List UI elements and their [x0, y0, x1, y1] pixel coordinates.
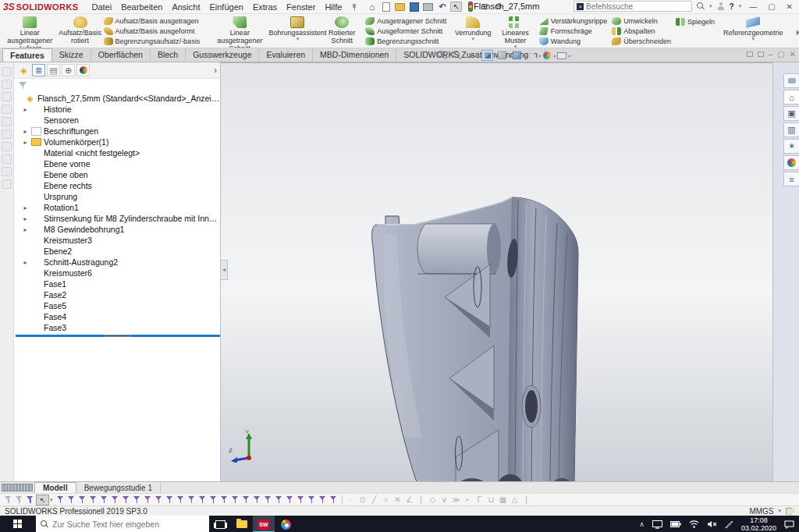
heads-up-icon[interactable]: ▾	[511, 50, 523, 61]
file-explorer-button[interactable]	[231, 516, 253, 532]
feature-tree-item[interactable]: ▸ Material <nicht festgelegt>	[16, 147, 220, 158]
ribbon-tab[interactable]: Evaluieren	[259, 48, 313, 62]
action-center-icon[interactable]	[784, 520, 794, 529]
rib-button[interactable]: Verstärkungsrippe	[539, 16, 608, 27]
left-toolbar-icon[interactable]	[2, 117, 12, 126]
panel-tab-icon[interactable]: ≣	[32, 64, 45, 76]
feature-tree-item[interactable]: ▸ Volumenkörper(1)	[16, 137, 220, 147]
boundary-cut-button[interactable]: Begrenzungsschnitt	[365, 36, 446, 46]
selection-filter-icon[interactable]	[55, 495, 66, 505]
sketch-tool-icon[interactable]: ◇	[428, 495, 439, 504]
menu-item[interactable]: Einfügen	[205, 2, 247, 12]
restore-button[interactable]: ▢	[765, 2, 778, 11]
quick-access-icon[interactable]	[394, 2, 406, 12]
swept-cut-button[interactable]: Ausgetragener Schnitt	[365, 16, 446, 27]
split-button[interactable]: Abspalten	[612, 27, 671, 37]
feature-tree-item[interactable]: ▸ Kreismuster3	[16, 235, 220, 246]
ribbon-tab[interactable]: MBD-Dimensionen	[313, 48, 396, 62]
battery-icon[interactable]	[670, 521, 681, 527]
feature-tree-item[interactable]: ▸ Kreismuster6	[16, 268, 220, 278]
heads-up-icon[interactable]: ▾	[452, 50, 463, 61]
select-cursor-caret-icon[interactable]: ▾	[50, 497, 53, 503]
model-3d[interactable]	[221, 63, 772, 481]
selection-filter-icon[interactable]	[176, 495, 186, 505]
panel-tab-icon[interactable]: ▤	[47, 64, 60, 76]
tag-icon[interactable]	[786, 508, 794, 515]
selection-filter-icon[interactable]	[99, 495, 109, 505]
feature-tree-item[interactable]: ▸ Ebene vorne	[16, 158, 220, 169]
taskbar-clock[interactable]: 17:08 03.02.2020	[741, 516, 776, 532]
task-view-button[interactable]	[209, 516, 231, 532]
selection-filter-icon[interactable]	[274, 495, 284, 505]
swept-boss-button[interactable]: Aufsatz/Basis ausgetragen	[104, 16, 201, 27]
sketch-tool-icon[interactable]: ∠	[404, 495, 415, 504]
command-search-input[interactable]	[586, 2, 672, 11]
menu-item[interactable]: Ansicht	[168, 2, 204, 12]
expand-arrow-icon[interactable]: ▸	[22, 215, 29, 222]
tab-motion-study[interactable]: Bewegungsstudie 1	[76, 482, 161, 493]
chrome-button[interactable]	[275, 516, 297, 532]
expand-arrow-icon[interactable]: ▸	[22, 106, 29, 113]
heads-up-icon[interactable]: ▾	[496, 50, 508, 61]
sketch-tool-icon[interactable]: |	[521, 495, 532, 504]
heads-up-icon[interactable]: ▾	[481, 50, 493, 61]
close-button[interactable]: ✕	[783, 2, 796, 11]
task-pane-icon[interactable]: ▥	[783, 122, 799, 137]
feature-tree-item[interactable]: ▸ Beschriftungen	[16, 126, 220, 137]
doc-window-icon[interactable]	[747, 51, 753, 57]
feature-tree-item[interactable]: ▸ M8 Gewindebohrung1	[16, 224, 220, 235]
extruded-cut-button[interactable]: Linear ausgetragener Schnitt	[206, 15, 274, 48]
search-icon[interactable]	[697, 2, 705, 10]
selection-filter-icon[interactable]	[110, 495, 120, 505]
ribbon-tab[interactable]: Skizze	[52, 48, 91, 62]
expand-arrow-icon[interactable]: ▸	[22, 259, 29, 266]
heads-up-icon[interactable]: ▾	[467, 50, 478, 61]
start-button[interactable]	[0, 516, 36, 532]
reference-geometry-caret-icon[interactable]: ▾	[751, 37, 755, 41]
left-toolbar-icon[interactable]	[2, 179, 12, 189]
selection-filter-icon[interactable]	[143, 495, 153, 505]
help-button[interactable]: ?	[730, 2, 734, 11]
rollback-bar[interactable]	[16, 335, 220, 337]
quick-access-icon[interactable]	[436, 2, 448, 12]
hole-wizard-caret-icon[interactable]: ▾	[297, 37, 300, 41]
left-toolbar-icon[interactable]	[2, 92, 12, 101]
linear-pattern-button[interactable]: Lineares Muster ▾	[495, 15, 536, 48]
boundary-boss-button[interactable]: Begrenzungsaufsatz/-basis	[104, 36, 201, 46]
lofted-boss-button[interactable]: Aufsatz/Basis ausgeformt	[104, 27, 201, 37]
wifi-icon[interactable]	[689, 520, 699, 528]
quick-access-icon[interactable]	[422, 2, 434, 12]
tree-filter-icon[interactable]	[19, 81, 27, 90]
left-toolbar-icon[interactable]	[2, 80, 12, 89]
task-pane-icon[interactable]: ▣	[783, 106, 799, 121]
filter-toggle-icon[interactable]	[14, 495, 24, 505]
hole-wizard-button[interactable]: Bohrungsassistent ▾	[275, 15, 321, 48]
selection-filter-icon[interactable]	[252, 495, 262, 505]
expand-arrow-icon[interactable]: ▸	[22, 204, 29, 211]
expand-arrow-icon[interactable]: ▸	[22, 139, 29, 146]
feature-tree-item[interactable]: ▸ Sensoren	[16, 115, 220, 126]
selection-filter-icon[interactable]	[318, 495, 328, 505]
quick-access-icon[interactable]	[380, 2, 392, 12]
selection-filter-icon[interactable]	[186, 495, 197, 505]
selection-filter-icon[interactable]	[66, 495, 76, 505]
task-pane-icon[interactable]: ✶	[783, 139, 799, 154]
selection-filter-icon[interactable]	[328, 495, 339, 505]
graphics-viewport[interactable]: ◂	[221, 62, 772, 481]
sketch-tool-icon[interactable]: ≫	[451, 495, 462, 504]
feature-tree-item[interactable]: ▸ Fase1	[16, 278, 220, 289]
splitter-grip[interactable]	[2, 484, 33, 491]
lofted-cut-button[interactable]: Ausgeformter Schnitt	[365, 27, 446, 37]
doc-restore-button[interactable]: ▢	[777, 50, 784, 59]
command-search[interactable]: >	[574, 1, 692, 12]
menu-item[interactable]: Datei	[87, 2, 115, 12]
feature-tree-item[interactable]: ▸ Schnitt-Austragung2	[16, 257, 220, 268]
feature-tree-item[interactable]: ▸ Fase3	[16, 322, 220, 333]
sketch-tool-icon[interactable]: ▦	[498, 495, 509, 504]
quick-access-icon[interactable]	[408, 2, 420, 12]
selection-filter-icon[interactable]	[296, 495, 306, 505]
sketch-tool-icon[interactable]: ⌐	[463, 495, 474, 504]
volume-muted-icon[interactable]	[707, 520, 717, 528]
feature-tree-item[interactable]: ▸ Fase4	[16, 311, 220, 322]
left-toolbar-icon[interactable]	[2, 167, 12, 176]
